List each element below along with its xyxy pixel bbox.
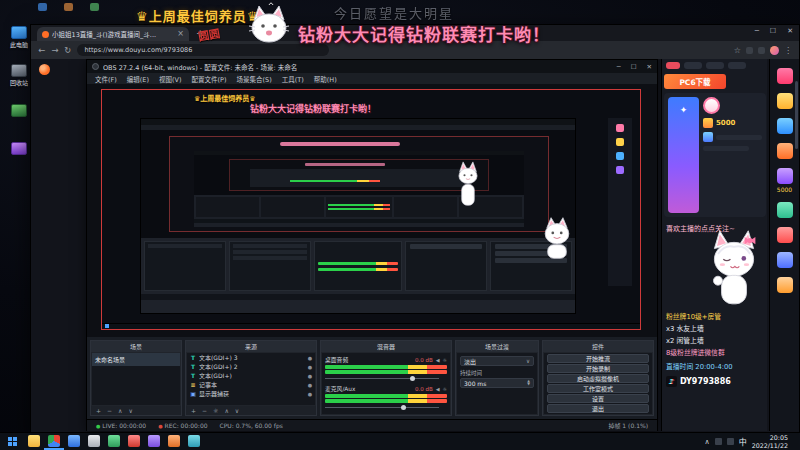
duration-spinner[interactable]: 300 ms ▲▼ xyxy=(460,378,534,388)
taskbar-app[interactable] xyxy=(84,433,104,450)
source-item[interactable]: T 文本(GDI+) 3 ● xyxy=(187,353,315,362)
taskbar-app[interactable] xyxy=(184,433,204,450)
browser-maximize-button[interactable]: ☐ xyxy=(770,27,776,35)
start-recording-button[interactable]: 开始录制 xyxy=(547,364,649,373)
desktop-icon-partial[interactable] xyxy=(64,3,73,11)
menu-view[interactable]: 视图(V) xyxy=(159,74,182,84)
sidebar-tab[interactable] xyxy=(666,62,680,69)
sidebar-tab[interactable] xyxy=(706,62,724,69)
extension-icon[interactable] xyxy=(746,47,753,54)
noble-card[interactable]: ✦ xyxy=(668,97,699,213)
desktop-icon-partial[interactable] xyxy=(90,3,99,11)
source-down-button[interactable]: ∨ xyxy=(235,407,239,414)
scene-up-button[interactable]: ∧ xyxy=(118,407,122,414)
obs-maximize-button[interactable]: ☐ xyxy=(631,63,637,71)
volume-slider[interactable] xyxy=(325,404,447,410)
menu-scene-collection[interactable]: 场景集合(S) xyxy=(237,74,272,84)
taskbar-app[interactable] xyxy=(64,433,84,450)
browser-minimize-button[interactable]: ─ xyxy=(755,27,759,35)
visibility-eye-icon[interactable]: ● xyxy=(308,355,312,361)
gift-icon[interactable] xyxy=(777,202,793,218)
settings-button[interactable]: 设置 xyxy=(547,394,649,403)
channel-settings-icon[interactable]: ☼ xyxy=(443,357,447,363)
tab-close-icon[interactable]: × xyxy=(177,30,184,38)
source-item[interactable]: ≡ 记事本 ● xyxy=(187,380,315,389)
taskbar-app[interactable] xyxy=(164,433,184,450)
studio-mode-button[interactable]: 工作室模式 xyxy=(547,384,649,393)
source-properties-button[interactable]: ☼ xyxy=(213,407,218,414)
gift-icon[interactable] xyxy=(777,118,793,134)
source-up-button[interactable]: ∧ xyxy=(224,407,228,414)
sidebar-tab[interactable] xyxy=(684,62,702,69)
start-button[interactable] xyxy=(0,433,24,450)
start-streaming-button[interactable]: 开始推流 xyxy=(547,354,649,363)
source-item[interactable]: ▣ 显示器捕获 ● xyxy=(187,389,315,398)
exit-button[interactable]: 退出 xyxy=(547,404,649,413)
source-item[interactable]: T 文本(GDI+) ● xyxy=(187,371,315,380)
reload-icon[interactable]: ↻ xyxy=(64,46,71,55)
bookmark-star-icon[interactable]: ☆ xyxy=(734,46,741,55)
volume-icon[interactable] xyxy=(727,438,734,445)
remove-scene-button[interactable]: − xyxy=(107,407,112,414)
visibility-eye-icon[interactable]: ● xyxy=(308,373,312,379)
channel-settings-icon[interactable]: ☼ xyxy=(443,386,447,392)
menu-profile[interactable]: 配置文件(P) xyxy=(192,74,227,84)
visibility-eye-icon[interactable]: ● xyxy=(308,364,312,370)
obs-minimize-button[interactable]: ─ xyxy=(617,63,621,71)
slider-knob[interactable] xyxy=(401,405,406,410)
menu-file[interactable]: 文件(F) xyxy=(95,74,117,84)
volume-slider[interactable] xyxy=(325,375,447,381)
gift-icon[interactable] xyxy=(777,252,793,268)
scene-item[interactable]: 未命名场景 xyxy=(92,353,180,366)
gift-icon[interactable] xyxy=(703,132,713,142)
scrollbar[interactable] xyxy=(795,81,798,149)
taskbar-app[interactable] xyxy=(104,433,124,450)
desktop-icon-partial[interactable] xyxy=(38,3,47,11)
obs-title-bar[interactable]: OBS 27.2.4 (64-bit, windows) - 配置文件: 未命名… xyxy=(87,60,657,73)
forward-icon[interactable]: → xyxy=(51,46,58,55)
browser-close-button[interactable]: ✕ xyxy=(787,27,793,35)
menu-tools[interactable]: 工具(T) xyxy=(282,74,304,84)
speaker-icon[interactable]: ◀ xyxy=(436,386,440,392)
gift-icon[interactable] xyxy=(703,118,713,128)
menu-help[interactable]: 帮助(H) xyxy=(314,74,337,84)
douyu-logo-icon[interactable] xyxy=(39,64,50,75)
gift-icon[interactable] xyxy=(777,277,793,293)
transition-select[interactable]: 淡出 ∨ xyxy=(460,356,534,366)
taskbar-app-browser[interactable] xyxy=(44,433,64,450)
tray-expand-icon[interactable]: ∧ xyxy=(705,438,710,446)
slider-knob[interactable] xyxy=(410,376,415,381)
visibility-eye-icon[interactable]: ● xyxy=(308,391,312,397)
obs-preview[interactable]: ♛上周最佳饲养员♛ 钻粉大大记得钻粉联赛打卡哟！ xyxy=(87,84,657,337)
obs-close-button[interactable]: ✕ xyxy=(647,63,652,71)
scene-down-button[interactable]: ∨ xyxy=(128,407,132,414)
gift-icon[interactable] xyxy=(777,143,793,159)
visibility-eye-icon[interactable]: ● xyxy=(308,382,312,388)
browser-menu-icon[interactable]: ⋮ xyxy=(784,46,792,55)
add-scene-button[interactable]: + xyxy=(96,407,101,414)
taskbar-clock[interactable]: 20:05 2022/11/22 xyxy=(752,434,788,450)
taskbar-app[interactable] xyxy=(144,433,164,450)
back-icon[interactable]: ← xyxy=(38,46,45,55)
spinner-arrows-icon[interactable]: ▲▼ xyxy=(527,380,530,386)
taskbar-app[interactable] xyxy=(124,433,144,450)
remove-source-button[interactable]: − xyxy=(202,407,207,414)
ad-banner[interactable]: PC6下载 xyxy=(664,74,726,89)
ime-indicator[interactable]: 中 xyxy=(739,436,747,447)
taskbar-app-folder[interactable] xyxy=(24,433,44,450)
sidebar-tab[interactable] xyxy=(728,62,746,69)
extension-icon[interactable] xyxy=(758,47,765,54)
gift-icon[interactable] xyxy=(777,227,793,243)
profile-avatar[interactable] xyxy=(770,46,779,55)
menu-edit[interactable]: 编辑(E) xyxy=(127,74,149,84)
virtual-camera-button[interactable]: 启动虚拟摄像机 xyxy=(547,374,649,383)
gift-icon[interactable] xyxy=(777,93,793,109)
speaker-icon[interactable]: ◀ xyxy=(436,357,440,363)
browser-tab[interactable]: 小姐姐13直播_斗()游戏直播间_斗... × xyxy=(37,27,189,41)
gift-icon[interactable] xyxy=(777,168,793,184)
streamer-avatar[interactable] xyxy=(703,97,720,114)
source-item[interactable]: T 文本(GDI+) 2 ● xyxy=(187,362,315,371)
add-source-button[interactable]: + xyxy=(191,407,196,414)
network-icon[interactable] xyxy=(715,438,722,445)
gift-icon[interactable] xyxy=(777,68,793,84)
